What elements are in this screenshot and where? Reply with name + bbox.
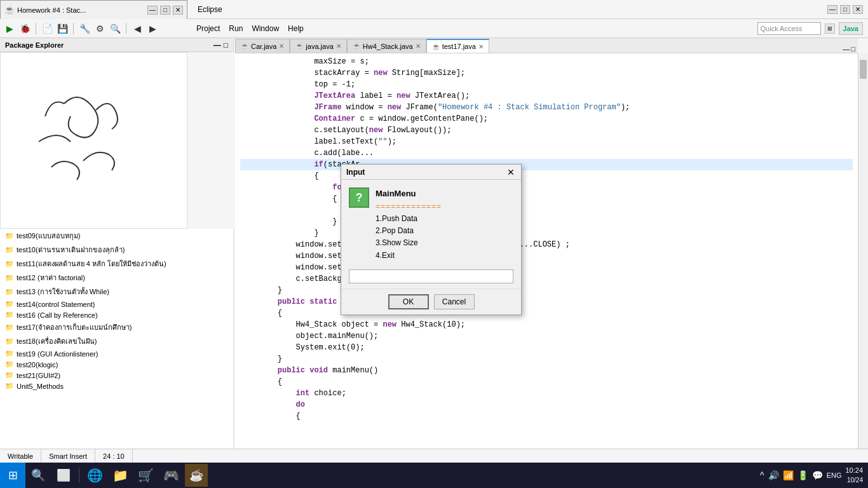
file-tree: 📁 test09(แบบสอบหกุม) 📁 test10(ด่านรนหาเด…: [0, 229, 234, 452]
tree-item-test17[interactable]: 📁 test17(จำคองการเก็บตะแบมน์กศึกษา): [0, 320, 233, 334]
dialog-content: ? MainMenu ============= 1.Push Data 2.P…: [341, 180, 521, 269]
files-icon[interactable]: 📁: [109, 464, 132, 487]
tree-item-test10[interactable]: 📁 test10(ด่านรนหาเดินฝากของลุกล้า): [0, 243, 233, 257]
small-window-titlebar: ☕ Homework #4 : Stac... — □ ✕: [0, 0, 187, 19]
tab-car-java[interactable]: ☕ Car.java ✕: [235, 39, 290, 53]
dialog-menu-title: MainMenu: [376, 187, 442, 201]
quick-access-label: Quick Access: [761, 25, 803, 32]
minimize-btn[interactable]: —: [147, 6, 158, 15]
tree-item-label: test09(แบบสอบหกุม): [17, 230, 80, 241]
tree-item-unit5[interactable]: 📁 Unit5_Methods: [0, 381, 233, 391]
tab-test17-icon: ☕: [432, 43, 440, 50]
tree-folder-icon: 📁: [5, 288, 14, 296]
network-icon[interactable]: 📶: [783, 470, 794, 480]
tree-item-label: test14(control Statement): [17, 301, 95, 308]
position-text: 24 : 10: [103, 452, 125, 460]
menu-window[interactable]: Window: [248, 24, 283, 33]
tree-folder-icon: 📁: [5, 311, 14, 319]
panel-minimize-icon[interactable]: —: [214, 41, 221, 50]
code-line: }: [240, 285, 853, 296]
menu-project[interactable]: Project: [193, 24, 224, 33]
code-line: Hw4_Stack object = new Hw4_Stack(10);: [240, 319, 853, 330]
search-taskbar-icon[interactable]: 🔍: [27, 464, 50, 487]
dialog-ok-button[interactable]: OK: [388, 294, 429, 309]
gaming-icon[interactable]: 🎮: [159, 464, 182, 487]
menu-run[interactable]: Run: [225, 24, 247, 33]
tool-2[interactable]: ⚙: [93, 22, 107, 36]
start-button[interactable]: ⊞: [0, 463, 25, 488]
tab-java-java[interactable]: ☕ java.java ✕: [290, 39, 346, 53]
layout-icon[interactable]: ⊞: [825, 24, 835, 34]
tree-item-test14[interactable]: 📁 test14(control Statement): [0, 299, 233, 309]
tab-test17[interactable]: ☕ test17.java ✕: [426, 39, 489, 53]
code-line: window.set...: [240, 250, 853, 262]
run-icon[interactable]: ▶: [3, 22, 17, 36]
tab-hw4-close[interactable]: ✕: [416, 43, 421, 50]
tree-item-test09[interactable]: 📁 test09(แบบสอบหกุม): [0, 229, 233, 243]
code-line: stackArray = new String[maxSize];: [240, 67, 853, 79]
tree-item-test13[interactable]: 📁 test13 (การใช้งานตัวทั้ง While): [0, 285, 233, 299]
tree-item-test16[interactable]: 📁 test16 (Call by Reference): [0, 309, 233, 320]
toolbar-sep-1: [36, 23, 36, 34]
quick-access-input[interactable]: Quick Access: [757, 22, 821, 35]
tree-item-test21[interactable]: 📁 test21(GUI#2): [0, 370, 233, 381]
tool-5[interactable]: ▶: [146, 22, 159, 36]
tree-folder-icon: 📁: [5, 274, 14, 282]
main-close-btn[interactable]: ✕: [853, 5, 863, 14]
java-eclipse-icon[interactable]: ☕: [185, 464, 208, 487]
vertical-scrollbar[interactable]: [858, 53, 868, 470]
tool-1[interactable]: 🔧: [78, 22, 92, 36]
tab-java-java-label: java.java: [306, 43, 333, 50]
scroll-thumb[interactable]: [860, 60, 867, 79]
store-icon[interactable]: 🛒: [134, 464, 157, 487]
save-icon[interactable]: 💾: [55, 22, 69, 36]
code-line: public void mainMenu(): [240, 365, 853, 376]
dialog-cancel-button[interactable]: Cancel: [434, 294, 475, 309]
panel-maximize-icon[interactable]: □: [224, 41, 228, 50]
tool-4[interactable]: ◀: [130, 22, 144, 36]
code-line: Container c = window.getContentPane();: [240, 113, 853, 125]
tab-hw4-stack[interactable]: ☕ Hw4_Stack.java ✕: [347, 39, 426, 53]
main-maximize-btn[interactable]: □: [840, 5, 850, 14]
tool-3[interactable]: 🔍: [108, 22, 122, 36]
dialog-text-input[interactable]: [349, 269, 513, 283]
status-bar: Writable Smart Insert 24 : 10: [0, 449, 868, 463]
dialog-close-button[interactable]: ✕: [506, 167, 516, 177]
notification-icon[interactable]: 💬: [812, 470, 823, 480]
status-writable: Writable: [0, 449, 41, 463]
toolbar-sep-2: [73, 23, 74, 34]
tree-item-test20[interactable]: 📁 test20(klogic): [0, 359, 233, 370]
tree-item-test11[interactable]: 📁 test11(แสดงผลด้านสย 4 หลัก โดยให้มีช่อ…: [0, 257, 233, 271]
volume-icon[interactable]: 🔊: [768, 470, 779, 480]
code-line: public static void main(String[] args): [240, 296, 853, 308]
code-line: System.exit(0);: [240, 342, 853, 353]
chrome-icon[interactable]: 🌐: [83, 464, 106, 487]
tab-minimize-icon[interactable]: —: [843, 45, 850, 53]
battery-icon[interactable]: 🔋: [797, 470, 808, 480]
left-panel-header: Package Explorer — □: [0, 38, 234, 52]
language-indicator[interactable]: ENG: [827, 471, 842, 479]
tab-test17-close[interactable]: ✕: [478, 43, 484, 50]
menu-help[interactable]: Help: [284, 24, 308, 33]
main-minimize-btn[interactable]: —: [827, 5, 837, 14]
tab-java-java-close[interactable]: ✕: [336, 43, 341, 50]
eclipse-titlebar: Eclipse — □ ✕: [187, 0, 868, 19]
task-view-icon[interactable]: ⬜: [52, 464, 75, 487]
system-clock[interactable]: 10:24 10/24: [845, 466, 863, 484]
maximize-btn[interactable]: □: [160, 6, 170, 15]
writable-text: Writable: [8, 452, 33, 460]
tree-item-test19[interactable]: 📁 test19 (GUI Actionlistener): [0, 348, 233, 359]
close-btn[interactable]: ✕: [173, 6, 183, 15]
tab-car-java-close[interactable]: ✕: [279, 43, 284, 50]
code-editor[interactable]: maxSize = s; stackArray = new String[max…: [235, 53, 858, 470]
tree-item-test12[interactable]: 📁 test12 (หาค่า factorial): [0, 271, 233, 285]
debug-icon[interactable]: 🐞: [18, 22, 32, 36]
tree-item-label: test16 (Call by Reference): [17, 311, 98, 319]
new-icon[interactable]: 📄: [40, 22, 54, 36]
tree-item-test18[interactable]: 📁 test18(เครื่องคิดเลขในฝัน): [0, 334, 233, 348]
code-line-highlighted: if(stackAr...: [240, 159, 853, 170]
tray-arrow-icon[interactable]: ^: [760, 470, 764, 480]
tree-folder-icon: 📁: [5, 360, 14, 369]
perspective-java-btn[interactable]: Java: [839, 22, 863, 35]
tab-maximize-icon[interactable]: □: [851, 45, 855, 53]
